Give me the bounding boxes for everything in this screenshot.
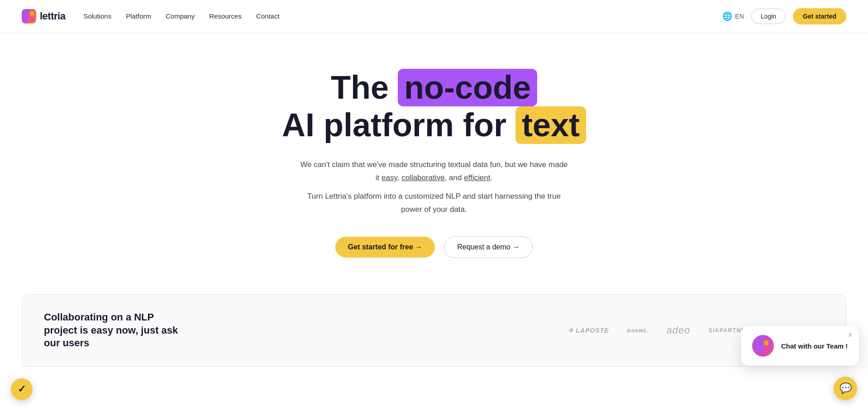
nav-links: Solutions Platform Company Resources Con… [83,12,279,20]
nav-left: lettria Solutions Platform Company Resou… [22,9,280,24]
logo-laposte: ✈ LAPOSTE [568,327,609,334]
chat-popup-text: Chat with our Team ! [781,342,848,350]
hero-underline-collaborative: collaborative [401,173,444,182]
chat-avatar [752,335,774,357]
hero-highlight-text: text [515,106,586,144]
login-button[interactable]: Login [751,9,786,24]
hero-highlight-nocode: no-code [398,69,537,106]
logo-icon [22,9,36,24]
language-button[interactable]: 🌐 EN [722,11,744,21]
nav-company[interactable]: Company [166,12,195,20]
hero-underline-efficient: efficient [464,173,490,182]
chat-close-button[interactable]: × [848,330,853,340]
nav-resources[interactable]: Resources [209,12,242,20]
svg-rect-1 [30,11,34,16]
nav-contact[interactable]: Contact [256,12,280,20]
hero-cta: Get started for free → Request a demo → [335,236,533,258]
svg-rect-3 [758,340,762,351]
hero-underline-easy: easy [382,173,397,182]
navbar: lettria Solutions Platform Company Resou… [0,0,868,33]
svg-rect-2 [30,18,34,22]
nav-solutions[interactable]: Solutions [83,12,111,20]
logo-text: lettria [40,10,65,22]
chat-popup: Chat with our Team ! × [741,326,859,366]
nav-right: 🌐 EN Login Get started [722,8,846,24]
hero-title-pre2: AI platform for [282,107,515,143]
hero-subtitle: We can't claim that we've made structuri… [298,158,570,185]
logo[interactable]: lettria [22,9,65,24]
bottom-section-text: Collaborating on a NLP project is easy n… [44,311,189,350]
hero-cta-primary[interactable]: Get started for free → [335,237,435,258]
svg-rect-4 [764,340,768,345]
hero-title-pre1: The [331,69,398,105]
getstarted-button[interactable]: Get started [793,8,846,24]
hero-cta-secondary[interactable]: Request a demo → [444,236,533,258]
lang-label: EN [735,13,744,20]
svg-rect-0 [24,11,28,22]
bottom-section: Collaborating on a NLP project is easy n… [22,294,846,367]
hero-title: The no-code AI platform for text [282,69,586,144]
logo-naomi: naomi. [627,327,649,334]
globe-icon: 🌐 [722,11,732,21]
nav-platform[interactable]: Platform [126,12,151,20]
hero-subtitle2: Turn Lettria's platform into a customize… [298,190,570,216]
svg-rect-5 [764,347,768,351]
hero-section: The no-code AI platform for text We can'… [0,33,868,285]
logo-adeo: adeo [666,325,690,336]
